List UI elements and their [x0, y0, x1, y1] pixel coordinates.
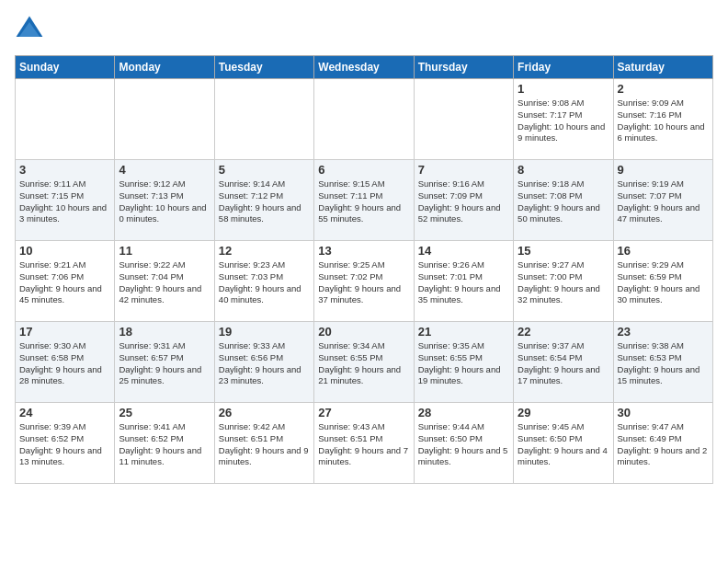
calendar-cell: 8Sunrise: 9:18 AM Sunset: 7:08 PM Daylig…: [514, 160, 613, 241]
cell-info: Sunrise: 9:14 AM Sunset: 7:12 PM Dayligh…: [219, 178, 310, 225]
calendar-cell: [214, 79, 313, 160]
day-number: 15: [518, 244, 609, 258]
calendar-cell: 24Sunrise: 9:39 AM Sunset: 6:52 PM Dayli…: [16, 403, 115, 484]
calendar-cell: 13Sunrise: 9:25 AM Sunset: 7:02 PM Dayli…: [314, 241, 414, 322]
calendar-cell: [314, 79, 414, 160]
day-number: 19: [219, 325, 310, 339]
cell-info: Sunrise: 9:29 AM Sunset: 6:59 PM Dayligh…: [618, 259, 709, 306]
calendar-cell: 14Sunrise: 9:26 AM Sunset: 7:01 PM Dayli…: [414, 241, 513, 322]
day-number: 20: [318, 325, 409, 339]
cell-info: Sunrise: 9:15 AM Sunset: 7:11 PM Dayligh…: [318, 178, 409, 225]
day-number: 7: [418, 163, 509, 177]
calendar-cell: 20Sunrise: 9:34 AM Sunset: 6:55 PM Dayli…: [314, 322, 414, 403]
day-number: 25: [119, 406, 210, 419]
week-row-4: 17Sunrise: 9:30 AM Sunset: 6:58 PM Dayli…: [16, 322, 713, 403]
cell-info: Sunrise: 9:16 AM Sunset: 7:09 PM Dayligh…: [418, 178, 509, 225]
cell-info: Sunrise: 9:38 AM Sunset: 6:53 PM Dayligh…: [618, 340, 709, 387]
day-number: 22: [518, 325, 609, 339]
logo-icon: [15, 15, 44, 44]
weekday-sunday: Sunday: [16, 56, 115, 79]
week-row-5: 24Sunrise: 9:39 AM Sunset: 6:52 PM Dayli…: [16, 403, 713, 484]
day-number: 30: [618, 406, 709, 419]
calendar-cell: 16Sunrise: 9:29 AM Sunset: 6:59 PM Dayli…: [613, 241, 712, 322]
weekday-friday: Friday: [514, 56, 613, 79]
day-number: 5: [219, 163, 310, 177]
cell-info: Sunrise: 9:44 AM Sunset: 6:50 PM Dayligh…: [418, 421, 509, 468]
day-number: 8: [518, 163, 609, 177]
cell-info: Sunrise: 9:09 AM Sunset: 7:16 PM Dayligh…: [618, 98, 709, 144]
cell-info: Sunrise: 9:45 AM Sunset: 6:50 PM Dayligh…: [518, 421, 609, 468]
cell-info: Sunrise: 9:22 AM Sunset: 7:04 PM Dayligh…: [119, 259, 210, 306]
calendar-cell: 17Sunrise: 9:30 AM Sunset: 6:58 PM Dayli…: [16, 322, 115, 403]
day-number: 17: [19, 325, 110, 339]
cell-info: Sunrise: 9:30 AM Sunset: 6:58 PM Dayligh…: [19, 340, 110, 387]
cell-info: Sunrise: 9:25 AM Sunset: 7:02 PM Dayligh…: [318, 259, 409, 306]
day-number: 2: [618, 82, 709, 96]
calendar-cell: 9Sunrise: 9:19 AM Sunset: 7:07 PM Daylig…: [613, 160, 712, 241]
cell-info: Sunrise: 9:33 AM Sunset: 6:56 PM Dayligh…: [219, 340, 310, 387]
calendar-cell: 28Sunrise: 9:44 AM Sunset: 6:50 PM Dayli…: [414, 403, 513, 484]
cell-info: Sunrise: 9:43 AM Sunset: 6:51 PM Dayligh…: [318, 421, 409, 468]
cell-info: Sunrise: 9:19 AM Sunset: 7:07 PM Dayligh…: [618, 178, 709, 225]
day-number: 11: [119, 244, 210, 258]
day-number: 9: [618, 163, 709, 177]
calendar-cell: 22Sunrise: 9:37 AM Sunset: 6:54 PM Dayli…: [514, 322, 613, 403]
calendar-cell: 12Sunrise: 9:23 AM Sunset: 7:03 PM Dayli…: [214, 241, 313, 322]
calendar-cell: [16, 79, 115, 160]
calendar-cell: 4Sunrise: 9:12 AM Sunset: 7:13 PM Daylig…: [115, 160, 214, 241]
calendar-cell: 18Sunrise: 9:31 AM Sunset: 6:57 PM Dayli…: [115, 322, 214, 403]
calendar-cell: 1Sunrise: 9:08 AM Sunset: 7:17 PM Daylig…: [514, 79, 613, 160]
day-number: 14: [418, 244, 509, 258]
calendar-cell: 7Sunrise: 9:16 AM Sunset: 7:09 PM Daylig…: [414, 160, 513, 241]
cell-info: Sunrise: 9:21 AM Sunset: 7:06 PM Dayligh…: [19, 259, 110, 306]
calendar-cell: 15Sunrise: 9:27 AM Sunset: 7:00 PM Dayli…: [514, 241, 613, 322]
weekday-wednesday: Wednesday: [314, 56, 414, 79]
week-row-1: 1Sunrise: 9:08 AM Sunset: 7:17 PM Daylig…: [16, 79, 713, 160]
cell-info: Sunrise: 9:23 AM Sunset: 7:03 PM Dayligh…: [219, 259, 310, 306]
day-number: 10: [19, 244, 110, 258]
cell-info: Sunrise: 9:47 AM Sunset: 6:49 PM Dayligh…: [618, 421, 709, 468]
day-number: 13: [318, 244, 409, 258]
calendar-cell: [414, 79, 513, 160]
weekday-thursday: Thursday: [414, 56, 513, 79]
cell-info: Sunrise: 9:26 AM Sunset: 7:01 PM Dayligh…: [418, 259, 509, 306]
cell-info: Sunrise: 9:35 AM Sunset: 6:55 PM Dayligh…: [418, 340, 509, 387]
weekday-header-row: SundayMondayTuesdayWednesdayThursdayFrid…: [16, 56, 713, 79]
cell-info: Sunrise: 9:11 AM Sunset: 7:15 PM Dayligh…: [19, 178, 110, 225]
calendar-cell: 23Sunrise: 9:38 AM Sunset: 6:53 PM Dayli…: [613, 322, 712, 403]
week-row-3: 10Sunrise: 9:21 AM Sunset: 7:06 PM Dayli…: [16, 241, 713, 322]
cell-info: Sunrise: 9:12 AM Sunset: 7:13 PM Dayligh…: [119, 178, 210, 225]
cell-info: Sunrise: 9:27 AM Sunset: 7:00 PM Dayligh…: [518, 259, 609, 306]
calendar-cell: 30Sunrise: 9:47 AM Sunset: 6:49 PM Dayli…: [613, 403, 712, 484]
day-number: 1: [518, 82, 609, 96]
day-number: 3: [19, 163, 110, 177]
day-number: 4: [119, 163, 210, 177]
calendar-table: SundayMondayTuesdayWednesdayThursdayFrid…: [15, 55, 713, 484]
day-number: 27: [318, 406, 409, 419]
page-header: [15, 15, 713, 44]
calendar-body: 1Sunrise: 9:08 AM Sunset: 7:17 PM Daylig…: [16, 79, 713, 484]
day-number: 16: [618, 244, 709, 258]
calendar-cell: 26Sunrise: 9:42 AM Sunset: 6:51 PM Dayli…: [214, 403, 313, 484]
day-number: 21: [418, 325, 509, 339]
week-row-2: 3Sunrise: 9:11 AM Sunset: 7:15 PM Daylig…: [16, 160, 713, 241]
calendar-cell: 29Sunrise: 9:45 AM Sunset: 6:50 PM Dayli…: [514, 403, 613, 484]
cell-info: Sunrise: 9:34 AM Sunset: 6:55 PM Dayligh…: [318, 340, 409, 387]
calendar-cell: 2Sunrise: 9:09 AM Sunset: 7:16 PM Daylig…: [613, 79, 712, 160]
day-number: 18: [119, 325, 210, 339]
day-number: 6: [318, 163, 409, 177]
calendar-cell: 5Sunrise: 9:14 AM Sunset: 7:12 PM Daylig…: [214, 160, 313, 241]
cell-info: Sunrise: 9:08 AM Sunset: 7:17 PM Dayligh…: [518, 98, 609, 144]
cell-info: Sunrise: 9:39 AM Sunset: 6:52 PM Dayligh…: [19, 421, 110, 468]
calendar-cell: [115, 79, 214, 160]
calendar-cell: 25Sunrise: 9:41 AM Sunset: 6:52 PM Dayli…: [115, 403, 214, 484]
day-number: 28: [418, 406, 509, 419]
calendar-cell: 27Sunrise: 9:43 AM Sunset: 6:51 PM Dayli…: [314, 403, 414, 484]
day-number: 26: [219, 406, 310, 419]
day-number: 29: [518, 406, 609, 419]
cell-info: Sunrise: 9:41 AM Sunset: 6:52 PM Dayligh…: [119, 421, 210, 468]
cell-info: Sunrise: 9:18 AM Sunset: 7:08 PM Dayligh…: [518, 178, 609, 225]
weekday-tuesday: Tuesday: [214, 56, 313, 79]
logo: [15, 15, 48, 44]
day-number: 24: [19, 406, 110, 419]
